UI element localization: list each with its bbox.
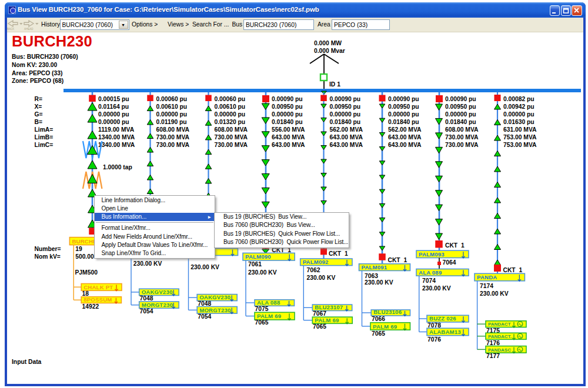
svg-text:BACK: BACK	[7, 28, 14, 31]
svg-text:AHEAD: AHEAD	[24, 28, 34, 31]
